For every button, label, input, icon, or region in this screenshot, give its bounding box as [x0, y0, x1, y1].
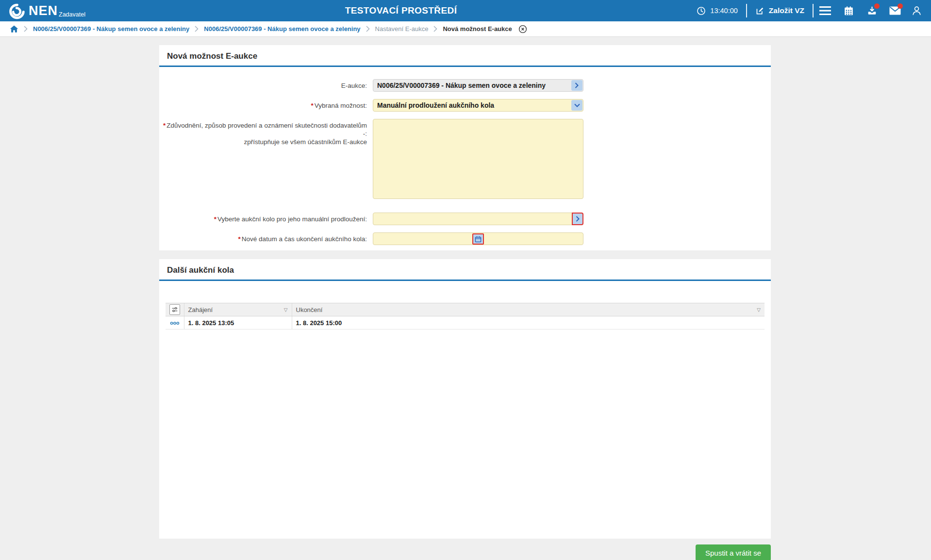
home-button[interactable] — [10, 25, 18, 33]
section-title-rule — [159, 280, 771, 281]
brand-name: NEN — [29, 1, 58, 20]
required-mark: * — [311, 102, 313, 109]
round-input[interactable] — [373, 213, 583, 225]
breadcrumb-item-vz-2[interactable]: N006/25/V00007369 - Nákup semen ovoce a … — [204, 25, 360, 33]
required-mark: * — [163, 122, 166, 129]
breadcrumb-chevron-icon — [433, 26, 437, 32]
clock-icon — [697, 6, 706, 16]
breadcrumb-close-button[interactable] — [518, 25, 527, 33]
round-label: *Vyberte aukční kolo pro jeho manuální p… — [159, 213, 373, 223]
sliders-icon — [171, 306, 179, 313]
option-label: *Vybraná možnost: — [159, 99, 373, 110]
row-actions-button[interactable] — [170, 321, 180, 325]
breadcrumb-chevron-icon — [195, 26, 199, 32]
table-header-row: Zahájení ▽ Ukončení ▽ — [166, 303, 765, 316]
section-title: Nová možnost E-aukce — [159, 45, 771, 66]
eaukce-label: E-aukce: — [159, 79, 373, 90]
option-select[interactable] — [373, 99, 583, 112]
form-row-justification: *Zdůvodnění, způsob provedení a oznámení… — [159, 119, 771, 201]
breadcrumb-chevron-icon — [24, 26, 28, 32]
section-title: Další aukční kola — [159, 259, 771, 280]
app-header: NEN Zadavatel TESTOVACÍ PROSTŘEDÍ 13:40:… — [0, 0, 931, 21]
downloads-button[interactable] — [860, 0, 883, 21]
home-icon — [10, 25, 18, 33]
ellipsis-dots-icon — [170, 321, 180, 325]
close-circle-icon — [518, 25, 527, 33]
main-content: Nová možnost E-aukce E-aukce: *Vybraná m… — [0, 37, 931, 560]
sort-icon[interactable]: ▽ — [757, 307, 761, 313]
eaukce-form: E-aukce: *Vybraná možnost: — [159, 67, 771, 250]
cell-zahajeni: 1. 8. 2025 13:05 — [184, 316, 292, 329]
nen-swirl-icon — [9, 3, 25, 19]
form-row-datetime: *Nové datum a čas ukončení aukčního kola… — [159, 232, 771, 245]
calendar-small-icon — [475, 236, 482, 243]
justification-textarea[interactable] — [373, 119, 583, 199]
notification-dot — [874, 3, 880, 9]
breadcrumb-item-current: Nová možnost E-aukce — [443, 25, 512, 33]
sort-icon[interactable]: ▽ — [284, 307, 288, 313]
section-dalsi-kola: Další aukční kola — [159, 259, 771, 539]
form-row-round: *Vyberte aukční kolo pro jeho manuální p… — [159, 213, 771, 225]
submit-button[interactable]: Spustit a vrátit se — [696, 544, 771, 560]
breadcrumb-chevron-icon — [366, 26, 370, 32]
header-time: 13:40:00 — [710, 7, 737, 15]
chevron-right-icon — [575, 82, 579, 88]
messages-button[interactable] — [883, 0, 907, 21]
create-vz-button[interactable]: Založit VZ — [747, 0, 813, 21]
table-settings-button[interactable] — [169, 304, 180, 315]
edit-icon — [755, 6, 765, 16]
brand-subtitle: Zadavatel — [59, 11, 85, 18]
nen-logo[interactable]: NEN Zadavatel — [9, 1, 85, 20]
environment-title: TESTOVACÍ PROSTŘEDÍ — [345, 5, 457, 16]
notification-dot — [898, 3, 903, 9]
form-row-option: *Vybraná možnost: — [159, 99, 771, 112]
rounds-table-wrap: Zahájení ▽ Ukončení ▽ — [166, 303, 765, 329]
datetime-label: *Nové datum a čas ukončení aukčního kola… — [159, 232, 373, 243]
column-header-zahajeni[interactable]: Zahájení ▽ — [184, 303, 292, 316]
form-row-eaukce: E-aukce: — [159, 79, 771, 92]
chevron-down-icon — [574, 103, 580, 108]
create-vz-label: Založit VZ — [769, 6, 804, 15]
datetime-calendar-button[interactable] — [472, 233, 484, 245]
profile-button[interactable] — [907, 0, 926, 21]
justification-label: *Zdůvodnění, způsob provedení a oznámení… — [159, 119, 373, 146]
breadcrumb-item-vz-1[interactable]: N006/25/V00007369 - Nákup semen ovoce a … — [33, 25, 189, 33]
chevron-right-icon — [576, 216, 580, 222]
calendar-icon — [844, 6, 854, 16]
table-row[interactable]: 1. 8. 2025 13:05 1. 8. 2025 15:00 — [166, 316, 765, 329]
eaukce-open-button[interactable] — [571, 80, 582, 91]
breadcrumb: N006/25/V00007369 - Nákup semen ovoce a … — [0, 21, 931, 37]
footer-actions: Spustit a vrátit se — [159, 544, 771, 560]
required-mark: * — [214, 215, 216, 223]
breadcrumb-item-nastaveni[interactable]: Nastavení E-aukce — [375, 25, 429, 33]
calendar-button[interactable] — [837, 0, 860, 21]
eaukce-field[interactable] — [373, 79, 583, 92]
section-nova-moznost: Nová možnost E-aukce E-aukce: *Vybraná m… — [159, 45, 771, 250]
column-header-ukonceni[interactable]: Ukončení ▽ — [292, 303, 765, 316]
header-actions: 13:40:00 Založit VZ — [688, 0, 926, 21]
required-mark: * — [238, 235, 241, 243]
hamburger-icon — [819, 6, 831, 15]
menu-button[interactable] — [814, 0, 837, 21]
session-time: 13:40:00 — [688, 0, 746, 21]
cell-ukonceni: 1. 8. 2025 15:00 — [292, 316, 765, 329]
option-dropdown-button[interactable] — [571, 100, 582, 111]
user-icon — [912, 5, 922, 16]
round-picker-button[interactable] — [572, 213, 583, 225]
rounds-table: Zahájení ▽ Ukončení ▽ — [166, 303, 765, 329]
